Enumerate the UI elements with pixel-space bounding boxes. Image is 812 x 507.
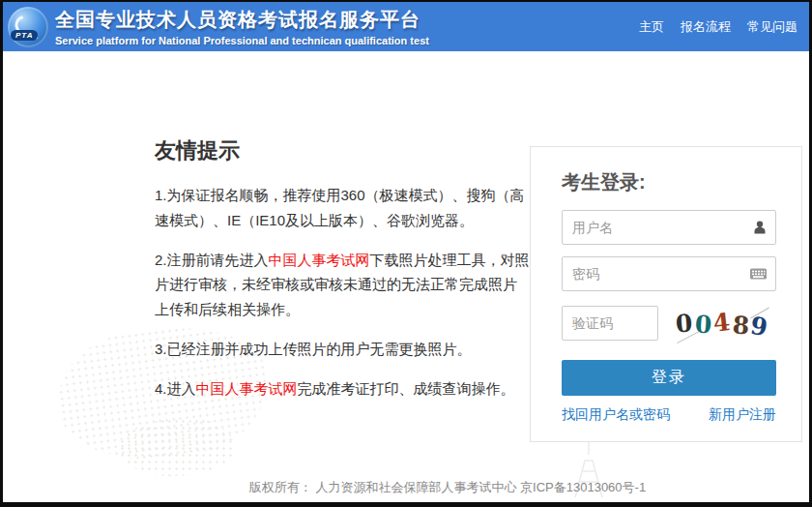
tip-text: 3.已经注册并成功上传照片的用户无需更换照片。 [155, 341, 472, 357]
tip-item: 2.注册前请先进入中国人事考试网下载照片处理工具，对照片进行审核，未经审核或审核… [155, 248, 530, 322]
cpta-site-link[interactable]: 中国人事考试网 [269, 252, 370, 268]
keyboard-icon [749, 267, 768, 282]
tip-text: 完成准考证打印、成绩查询操作。 [298, 380, 515, 397]
cpta-site-link[interactable]: 中国人事考试网 [196, 380, 298, 397]
tip-item: 1.为保证报名顺畅，推荐使用360（极速模式）、搜狗（高速模式）、IE（IE10… [155, 183, 530, 233]
site-subtitle: Service platform for National Profession… [55, 35, 429, 46]
tips-heading: 友情提示 [155, 136, 530, 165]
captcha-digit: 0 [694, 310, 712, 339]
site-title: 全国专业技术人员资格考试报名服务平台 [55, 7, 429, 33]
pta-logo[interactable]: PTA [8, 7, 48, 47]
forgot-credentials-link[interactable]: 找回用户名或密码 [562, 406, 670, 424]
header: PTA 全国专业技术人员资格考试报名服务平台 Service platform … [3, 2, 809, 51]
footer-copyright: 版权所有： 人力资源和社会保障部人事考试中心 京ICP备13013060号-1 [3, 479, 809, 496]
captcha-field-wrap [562, 306, 658, 341]
nav-faq[interactable]: 常见问题 [747, 18, 798, 36]
login-heading: 考生登录: [562, 169, 801, 195]
page: PTA 全国专业技术人员资格考试报名服务平台 Service platform … [3, 2, 809, 502]
register-link[interactable]: 新用户注册 [709, 406, 776, 424]
tip-item: 4.进入中国人事考试网完成准考证打印、成绩查询操作。 [155, 376, 530, 402]
username-field-wrap [562, 210, 776, 245]
tip-text: 1.为保证报名顺畅，推荐使用360（极速模式）、搜狗（高速模式）、IE（IE10… [155, 187, 525, 228]
nav-home[interactable]: 主页 [639, 18, 664, 36]
tip-item: 3.已经注册并成功上传照片的用户无需更换照片。 [155, 337, 530, 362]
tips-list: 1.为保证报名顺畅，推荐使用360（极速模式）、搜狗（高速模式）、IE（IE10… [155, 183, 530, 402]
tip-text: 4.进入 [155, 380, 196, 397]
login-form: 考生登录: 00489 登录 找回用户 [531, 147, 801, 424]
login-links: 找回用户名或密码 新用户注册 [562, 406, 776, 424]
captcha-input[interactable] [562, 306, 658, 341]
captcha-digit: 0 [675, 309, 693, 338]
captcha-digit: 4 [712, 308, 732, 338]
user-icon [752, 220, 768, 235]
captcha-digit: 9 [748, 311, 769, 341]
top-nav: 主页报名流程常见问题 [623, 2, 798, 51]
password-input[interactable] [562, 256, 776, 291]
captcha-image[interactable]: 00489 [668, 303, 776, 343]
nav-process[interactable]: 报名流程 [681, 18, 731, 36]
username-input[interactable] [562, 210, 776, 245]
tips-section: 友情提示 1.为保证报名顺畅，推荐使用360（极速模式）、搜狗（高速模式）、IE… [155, 136, 530, 416]
login-panel: 考生登录: 00489 登录 找回用户 [530, 146, 802, 442]
map-watermark [119, 418, 235, 476]
captcha-digit: 8 [732, 311, 750, 340]
captcha-row: 00489 [562, 303, 801, 343]
site-titles: 全国专业技术人员资格考试报名服务平台 Service platform for … [55, 7, 429, 46]
login-button[interactable]: 登录 [562, 360, 776, 396]
password-field-wrap [562, 256, 776, 291]
pta-logo-text: PTA [11, 30, 38, 41]
tip-text: 2.注册前请先进入 [155, 252, 269, 268]
